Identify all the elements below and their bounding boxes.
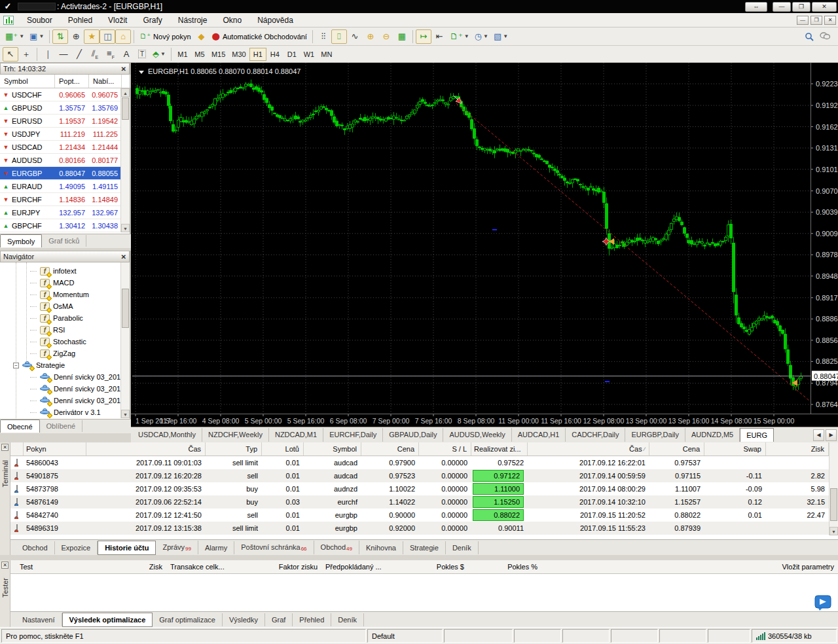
channel-tool[interactable]: ⫽E	[87, 47, 103, 62]
market-watch-row-eurgbp[interactable]: ▼EURGBP0.880470.88055	[0, 167, 130, 180]
navigator-group-strategie[interactable]: −Strategie	[0, 359, 130, 371]
timeframe-w1[interactable]: W1	[301, 48, 318, 61]
history-row-54901875[interactable]: 549018752017.09.12 16:20:28sell0.01audca…	[10, 469, 829, 482]
timeframe-m5[interactable]: M5	[191, 48, 208, 61]
zoom-out-button[interactable]: ⊖	[378, 29, 394, 44]
tester-column-předpokládaný-[interactable]: Předpokládaný ...	[321, 563, 395, 571]
terminal-tab-expozice[interactable]: Expozice	[55, 541, 98, 554]
timeframe-h1[interactable]: H1	[249, 48, 266, 61]
terminal-tab-obchod[interactable]: Obchod	[16, 541, 55, 554]
market-watch-row-eurchf[interactable]: ▼EURCHF1.148361.14849	[0, 193, 130, 206]
profiles-button[interactable]: ▣▼	[27, 29, 46, 44]
minimize-button[interactable]: —	[773, 2, 791, 12]
mw-tab-symboly[interactable]: Symboly	[0, 234, 42, 247]
terminal-tab-alarmy[interactable]: Alarmy	[198, 541, 234, 554]
arrows-tool[interactable]: ⬘▼	[150, 47, 168, 62]
navigator-indicator-zigzag[interactable]: fZigZag	[0, 348, 130, 359]
terminal-tab-poštovní-schránka[interactable]: Poštovní schránka66	[234, 541, 314, 554]
navigator-indicator-osma[interactable]: fOsMA	[0, 300, 130, 312]
search-icon[interactable]	[801, 29, 817, 44]
indicators-button[interactable]: 🗋⁺▼	[447, 29, 472, 44]
market-watch-row-gbpusd[interactable]: ▲GBPUSD1.357571.35769	[0, 101, 130, 115]
chat-icon[interactable]	[817, 29, 833, 44]
column-header-swap[interactable]: Swap	[704, 442, 766, 456]
menu-nástroje[interactable]: Nástroje	[170, 14, 215, 27]
menu-vložit[interactable]: Vložit	[100, 14, 135, 27]
scroll-down-icon[interactable]: ▼	[121, 224, 130, 232]
column-header-pokyn[interactable]: Pokyn	[24, 442, 86, 456]
terminal-toggle[interactable]: ◫	[100, 29, 115, 44]
mw-column-header[interactable]: Nabí...	[89, 75, 122, 88]
chart-tab-nzdchf-weekly[interactable]: NZDCHF,Weekly	[202, 428, 269, 442]
tile-windows-button[interactable]: ▦	[394, 29, 410, 44]
chart-tab-audusd-weekly[interactable]: AUDUSD,Weekly	[443, 428, 511, 442]
tester-tab-deník[interactable]: Deník	[331, 613, 364, 626]
market-watch-row-eurusd[interactable]: ▼EURUSD1.195371.19542	[0, 115, 130, 128]
layout-switch-button[interactable]: ⇔	[745, 2, 767, 12]
column-header--as[interactable]: Čas∕	[528, 442, 649, 456]
zoom-in-button[interactable]: ⊕	[363, 29, 378, 44]
tester-tab-nastavení[interactable]: Nastavení	[16, 613, 62, 626]
terminal-tab-historie-účtu[interactable]: Historie účtu	[98, 541, 156, 555]
chart-tab-cadchf-daily[interactable]: CADCHF,Daily	[566, 428, 625, 442]
navigator-expert[interactable]: Derivátor v 3.1	[0, 406, 130, 418]
vertical-line-tool[interactable]: ｜	[40, 47, 56, 62]
price-chart[interactable]: 0.922350.919250.916200.913150.910100.907…	[131, 63, 838, 427]
metaeditor-button[interactable]: ◆	[194, 29, 210, 44]
navigator-scrollbar[interactable]: ▼	[120, 262, 130, 418]
navigator-indicator-stochastic[interactable]: fStochastic	[0, 336, 130, 348]
line-chart-button[interactable]: ∿	[347, 29, 363, 44]
chart-tab-nzdcad-m1[interactable]: NZDCAD,M1	[269, 428, 323, 442]
market-watch-header[interactable]: Trh: 14:03:32 ✕	[0, 63, 130, 75]
menu-grafy[interactable]: Grafy	[135, 14, 170, 27]
tester-column-zisk[interactable]: Zisk	[91, 563, 166, 571]
chart-tab-usdcad-monthly[interactable]: USDCAD,Monthly	[132, 428, 202, 442]
navigator-indicator-macd[interactable]: fMACD	[0, 277, 130, 289]
nav-tab-oblíbené[interactable]: Oblíbené	[40, 420, 83, 432]
scroll-down-icon[interactable]: ▼	[121, 410, 130, 418]
timeframe-m1[interactable]: M1	[174, 48, 191, 61]
tester-column-pokles-$[interactable]: Pokles $	[395, 563, 468, 571]
market-watch-scrollbar[interactable]: ▲ ▼	[120, 88, 130, 232]
timeframe-mn[interactable]: MN	[318, 48, 335, 61]
history-row-54876149[interactable]: 548761492017.09.06 22:52:14buy0.03eurchf…	[10, 495, 829, 509]
market-watch-row-audusd[interactable]: ▼AUDUSD0.801660.80177	[0, 154, 130, 167]
timeframe-m15[interactable]: M15	[208, 48, 228, 61]
nav-tab-obecné[interactable]: Obecné	[0, 420, 40, 433]
navigator-header[interactable]: Navigátor ✕	[0, 251, 130, 262]
navigator-indicator-momentum[interactable]: fMomentum	[0, 289, 130, 300]
tester-close-icon[interactable]: ✕	[1, 562, 9, 569]
market-watch-row-usdchf[interactable]: ▼USDCHF0.960650.96075	[0, 88, 130, 101]
column-header-symbol[interactable]: Symbol	[304, 442, 361, 456]
terminal-tab-deník[interactable]: Deník	[446, 541, 479, 554]
column-header-s-l[interactable]: S / L	[419, 442, 471, 456]
navigator-indicator-rsi[interactable]: fRSI	[0, 324, 130, 336]
periods-button[interactable]: ◷▼	[472, 29, 491, 44]
menu-nápověda[interactable]: Nápověda	[249, 14, 301, 27]
tester-column-transakce-celk-[interactable]: Transakce celk...	[166, 563, 248, 571]
tabs-scroll-left-icon[interactable]: ◀	[813, 429, 824, 441]
candlestick-chart-canvas[interactable]: 0.922350.919250.916200.913150.910100.907…	[131, 63, 838, 427]
fibonacci-tool[interactable]: ≡F	[103, 47, 118, 62]
scrollbar-thumb[interactable]	[122, 289, 129, 328]
menu-okno[interactable]: Okno	[215, 14, 249, 27]
close-button[interactable]: ✕	[812, 2, 837, 12]
tester-column-test[interactable]: Test	[16, 563, 91, 571]
history-row-54873798[interactable]: 548737982017.09.12 09:35:53buy0.01audnzd…	[10, 482, 829, 495]
chart-tab-eurgbp-daily[interactable]: EURGBP,Daily	[625, 428, 685, 442]
new-order-button[interactable]: 🗋⁺Nový pokyn	[137, 29, 193, 44]
scrollbar-thumb[interactable]	[122, 98, 129, 120]
tester-tab-graf-optimalizace[interactable]: Graf optimalizace	[153, 613, 223, 626]
mdi-minimize-icon[interactable]: —	[797, 16, 809, 25]
market-watch-row-euraud[interactable]: ▲EURAUD1.490951.49115	[0, 180, 130, 193]
navigator-expert[interactable]: Denní svicky 03_2017	[0, 395, 130, 406]
chart-tab-audnzd-m5[interactable]: AUDNZD,M5	[685, 428, 740, 442]
column-header-lot-[interactable]: Lotů	[262, 442, 304, 456]
scrollbar-thumb[interactable]	[830, 488, 837, 521]
menu-soubor[interactable]: Soubor	[19, 14, 60, 27]
templates-button[interactable]: ▧▼	[491, 29, 511, 44]
mw-column-header[interactable]: Symbol	[0, 75, 55, 88]
cursor-tool[interactable]: ↖	[3, 47, 18, 62]
navigator-expert[interactable]: Denní svicky 03_2017	[0, 383, 130, 395]
tester-tab-přehled[interactable]: Přehled	[293, 613, 331, 626]
